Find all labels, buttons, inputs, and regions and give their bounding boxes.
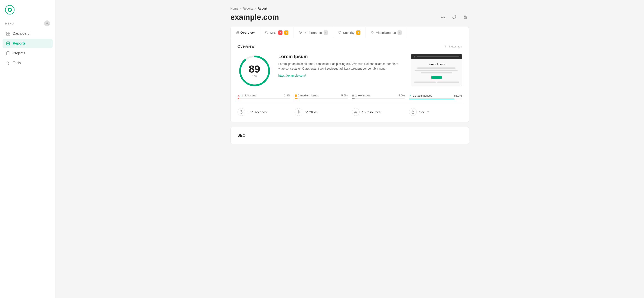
issue-passed-header: ✓ 31 tests passed 86.1% [409, 94, 462, 97]
stat-size: 54.26 kB [295, 108, 348, 116]
main-content: Home › Reports › Report example.com ••• [56, 0, 644, 298]
stat-time-value: 0.11 seconds [248, 110, 267, 114]
overview-timestamp: 7 minutes ago [444, 45, 462, 48]
issue-passed-label: ✓ 31 tests passed [409, 94, 432, 97]
seo-badge-2: 1 [284, 30, 288, 35]
issue-medium-text: 2 medium issues [298, 94, 319, 97]
score-total: 100 [252, 75, 257, 78]
tab-seo[interactable]: SEO 1 1 [260, 27, 294, 38]
svg-point-30 [413, 112, 413, 113]
svg-rect-16 [236, 31, 237, 32]
overview-tab-icon [236, 31, 239, 34]
performance-badge: 1 [324, 30, 328, 35]
overview-main: 89 100 Lorem Ipsum Lorem ipsum dolor sit… [238, 54, 462, 88]
issue-medium-fill [295, 98, 298, 99]
projects-icon [6, 51, 10, 55]
tab-performance[interactable]: Performance 1 [294, 27, 333, 38]
issue-medium-label: 2 medium issues [295, 94, 319, 97]
svg-point-2 [9, 9, 11, 11]
tab-overview[interactable]: Overview [231, 27, 260, 38]
svg-rect-19 [238, 32, 238, 33]
svg-rect-14 [464, 18, 466, 18]
overview-preview: Lorem Ipsum [411, 54, 462, 86]
print-button[interactable] [462, 14, 469, 20]
seo-tab-icon [265, 31, 268, 34]
sidebar-item-projects[interactable]: Projects [2, 48, 52, 58]
issue-high-fill [238, 98, 239, 99]
preview-cta [414, 76, 459, 79]
user-avatar[interactable] [44, 20, 50, 26]
score-value: 89 [249, 64, 260, 74]
svg-point-26 [355, 111, 356, 112]
refresh-button[interactable] [450, 14, 458, 20]
sidebar-item-dashboard[interactable]: Dashboard [2, 29, 52, 38]
preview-footer [414, 81, 459, 83]
preview-line-3 [421, 72, 452, 73]
tools-icon [6, 61, 10, 65]
reports-icon [6, 41, 10, 45]
page-header: example.com ••• [230, 13, 469, 22]
seo-section-title: SEO [238, 133, 246, 137]
tabs: Overview SEO 1 1 Performance 1 [230, 27, 469, 38]
issue-medium-header: 2 medium issues 5.6% [295, 94, 348, 97]
overview-description: Lorem ipsum dolor sit amet, consectetur … [278, 61, 404, 71]
tab-misc-label: Miscellaneous [376, 31, 396, 34]
issue-passed-fill [409, 99, 454, 99]
stat-secure-value: Secure [419, 110, 430, 114]
seo-section: SEO [230, 127, 469, 144]
svg-rect-4 [6, 32, 8, 33]
menu-label: MENU [5, 22, 14, 25]
preview-footer-2 [437, 81, 459, 83]
sidebar-item-tools[interactable]: Tools [2, 58, 52, 68]
overview-site-title: Lorem Ipsum [278, 54, 404, 59]
svg-rect-12 [6, 52, 10, 55]
issue-high: ▲ 1 high issue 2.8% [238, 94, 290, 99]
low-dot-icon [352, 94, 354, 97]
issue-medium-pct: 5.6% [341, 94, 348, 97]
issue-low-label: 2 low issues [352, 94, 370, 97]
security-tab-icon [338, 31, 341, 34]
issue-low-text: 2 low issues [355, 94, 370, 97]
overview-section-title: Overview [238, 44, 254, 49]
preview-line-2 [415, 70, 458, 71]
score-inner: 89 100 [249, 64, 260, 78]
tab-security[interactable]: Security 1 [333, 27, 366, 38]
secure-icon [409, 108, 417, 116]
performance-tab-icon [299, 31, 302, 34]
issue-medium-track [295, 98, 348, 99]
breadcrumb-sep-1: › [240, 7, 241, 10]
issue-low-track [352, 98, 405, 99]
more-icon: ••• [440, 15, 445, 20]
time-icon [238, 108, 245, 116]
refresh-icon [452, 15, 456, 19]
app-logo [5, 5, 14, 14]
header-actions: ••• [439, 14, 469, 21]
preview-line-1 [417, 67, 456, 69]
issue-high-text: 1 high issue [241, 94, 256, 97]
tab-overview-label: Overview [240, 31, 255, 34]
page-title: example.com [230, 13, 279, 22]
preview-btn [432, 76, 442, 79]
overview-info: Lorem Ipsum Lorem ipsum dolor sit amet, … [278, 54, 404, 77]
svg-point-20 [266, 31, 267, 33]
high-triangle-icon: ▲ [238, 94, 240, 97]
issue-low-fill [352, 98, 355, 99]
more-button[interactable]: ••• [439, 14, 447, 21]
overview-url[interactable]: https://example.com/ [278, 74, 306, 77]
svg-point-15 [466, 17, 466, 17]
stats-grid: 0.11 seconds 54.26 kB [238, 104, 462, 116]
issue-medium: 2 medium issues 5.6% [295, 94, 348, 99]
breadcrumb-reports[interactable]: Reports [243, 7, 253, 10]
sidebar-nav: Dashboard Reports [0, 29, 55, 68]
misc-badge: 1 [398, 30, 402, 35]
tab-miscellaneous[interactable]: Miscellaneous 1 [366, 27, 407, 38]
projects-label: Projects [13, 51, 25, 55]
preview-text-lines [414, 67, 459, 73]
preview-dot-1 [414, 56, 416, 57]
preview-address-bar [417, 56, 459, 57]
score-circle: 89 100 [238, 54, 272, 88]
breadcrumb-home[interactable]: Home [230, 7, 238, 10]
breadcrumb-current: Report [258, 7, 267, 10]
sidebar-item-reports[interactable]: Reports [2, 39, 52, 48]
overview-card: Overview 7 minutes ago 89 100 [230, 38, 469, 122]
